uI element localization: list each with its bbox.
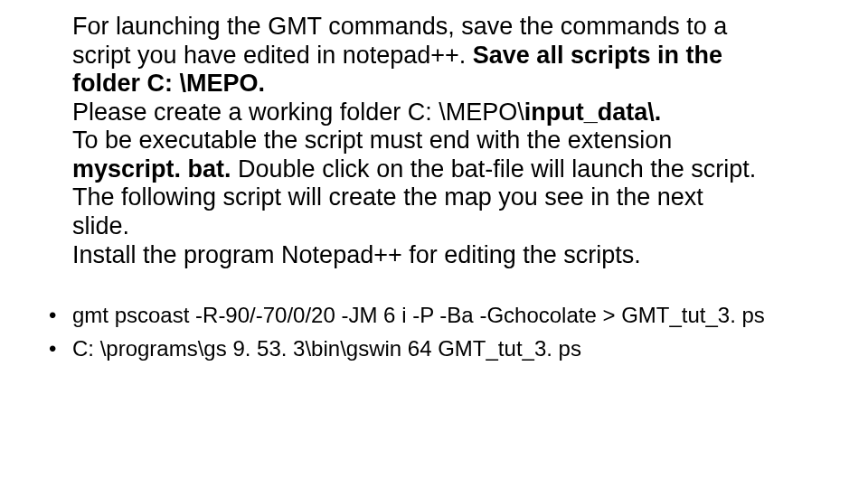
bullet-text-2: C: \programs\gs 9. 53. 3\bin\gswin 64 GM… (72, 332, 581, 365)
bullet-item: • gmt pscoast -R-90/-70/0/20 -JM 6 i -P … (45, 298, 805, 332)
bullet-item: • C: \programs\gs 9. 53. 3\bin\gswin 64 … (45, 332, 805, 365)
body-p2a: Please create a working folder C: \MEPO\ (72, 99, 524, 126)
body-p3b-bold: myscript. bat. (72, 155, 231, 183)
bullet-dot-icon: • (45, 332, 72, 365)
bullet-list: • gmt pscoast -R-90/-70/0/20 -JM 6 i -P … (45, 298, 805, 365)
body-p3a: To be executable the script must end wit… (72, 127, 672, 154)
body-p2b-bold: input_data\. (524, 99, 662, 126)
body-p3c: Double click on the bat-file will launch… (231, 155, 757, 183)
body-p4: The following script will create the map… (72, 183, 703, 239)
bullet-dot-icon: • (45, 298, 72, 332)
body-p5: Install the program Notepad++ for editin… (72, 241, 641, 268)
slide: For launching the GMT commands, save the… (0, 0, 868, 488)
body-text-block: For launching the GMT commands, save the… (72, 13, 760, 269)
bullet-text-1: gmt pscoast -R-90/-70/0/20 -JM 6 i -P -B… (72, 298, 765, 332)
